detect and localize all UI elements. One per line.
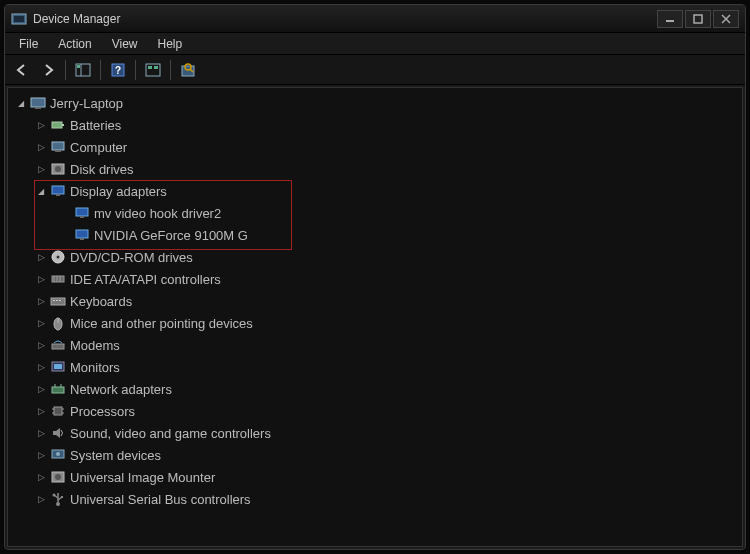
back-button[interactable] bbox=[11, 59, 33, 81]
tree-category-label: Batteries bbox=[70, 118, 121, 133]
tree-category[interactable]: Computer bbox=[10, 136, 740, 158]
tree-device[interactable]: mv video hook driver2 bbox=[10, 202, 740, 224]
svg-rect-40 bbox=[59, 300, 61, 301]
tree-category[interactable]: IDE ATA/ATAPI controllers bbox=[10, 268, 740, 290]
expand-arrow-icon[interactable] bbox=[34, 492, 48, 506]
tree-category-label: DVD/CD-ROM drives bbox=[70, 250, 193, 265]
tree-category[interactable]: Universal Image Mounter bbox=[10, 466, 740, 488]
computer-icon bbox=[50, 139, 66, 155]
close-button[interactable] bbox=[713, 10, 739, 28]
toolbar: ? bbox=[5, 55, 745, 85]
tree-root[interactable]: Jerry-Laptop bbox=[10, 92, 740, 114]
system-icon bbox=[50, 447, 66, 463]
tree-category[interactable]: Monitors bbox=[10, 356, 740, 378]
help-button[interactable]: ? bbox=[107, 59, 129, 81]
svg-point-57 bbox=[55, 474, 61, 480]
svg-rect-25 bbox=[52, 186, 64, 194]
expand-arrow-icon[interactable] bbox=[34, 294, 48, 308]
menu-help[interactable]: Help bbox=[150, 35, 191, 53]
svg-rect-30 bbox=[80, 238, 84, 240]
svg-point-62 bbox=[53, 494, 56, 497]
tree-category-label: Display adapters bbox=[70, 184, 167, 199]
tree-category-label: Computer bbox=[70, 140, 127, 155]
expand-arrow-icon[interactable] bbox=[34, 360, 48, 374]
svg-point-32 bbox=[57, 256, 60, 259]
tree-category[interactable]: Universal Serial Bus controllers bbox=[10, 488, 740, 510]
properties-button[interactable] bbox=[177, 59, 199, 81]
svg-rect-63 bbox=[61, 496, 63, 498]
disk-icon bbox=[50, 469, 66, 485]
tree-device-label: mv video hook driver2 bbox=[94, 206, 221, 221]
tree-category[interactable]: Modems bbox=[10, 334, 740, 356]
monitor-icon bbox=[50, 359, 66, 375]
dvd-icon bbox=[50, 249, 66, 265]
svg-rect-11 bbox=[146, 64, 160, 76]
svg-rect-49 bbox=[54, 407, 62, 415]
expand-arrow-icon[interactable] bbox=[34, 382, 48, 396]
svg-rect-22 bbox=[55, 150, 61, 152]
sound-icon bbox=[50, 425, 66, 441]
tree-category[interactable]: Mice and other pointing devices bbox=[10, 312, 740, 334]
svg-point-55 bbox=[56, 452, 60, 456]
tree-category[interactable]: Disk drives bbox=[10, 158, 740, 180]
svg-rect-17 bbox=[31, 98, 45, 107]
svg-rect-1 bbox=[14, 16, 24, 22]
tree-category[interactable]: Batteries bbox=[10, 114, 740, 136]
scan-hardware-button[interactable] bbox=[142, 59, 164, 81]
expand-arrow-icon[interactable] bbox=[34, 338, 48, 352]
svg-rect-13 bbox=[154, 66, 158, 69]
display-icon bbox=[74, 205, 90, 221]
display-icon bbox=[50, 183, 66, 199]
device-tree[interactable]: Jerry-Laptop BatteriesComputerDisk drive… bbox=[7, 87, 743, 547]
expand-arrow-icon[interactable] bbox=[34, 470, 48, 484]
menu-view[interactable]: View bbox=[104, 35, 146, 53]
keyboard-icon bbox=[50, 293, 66, 309]
tree-category-label: Monitors bbox=[70, 360, 120, 375]
tree-category[interactable]: DVD/CD-ROM drives bbox=[10, 246, 740, 268]
expand-arrow-icon[interactable] bbox=[14, 96, 28, 110]
tree-category-label: Modems bbox=[70, 338, 120, 353]
tree-category[interactable]: Processors bbox=[10, 400, 740, 422]
svg-rect-27 bbox=[76, 208, 88, 216]
toolbar-separator bbox=[65, 60, 66, 80]
app-icon bbox=[11, 11, 27, 27]
battery-icon bbox=[50, 117, 66, 133]
svg-rect-19 bbox=[52, 122, 62, 128]
expand-arrow-icon[interactable] bbox=[34, 316, 48, 330]
display-icon bbox=[74, 227, 90, 243]
expand-arrow-icon[interactable] bbox=[34, 250, 48, 264]
expand-arrow-icon[interactable] bbox=[34, 448, 48, 462]
tree-device[interactable]: NVIDIA GeForce 9100M G bbox=[10, 224, 740, 246]
titlebar[interactable]: Device Manager bbox=[5, 5, 745, 33]
tree-category[interactable]: Sound, video and game controllers bbox=[10, 422, 740, 444]
expand-arrow-icon[interactable] bbox=[34, 140, 48, 154]
menu-file[interactable]: File bbox=[11, 35, 46, 53]
tree-root-label: Jerry-Laptop bbox=[50, 96, 123, 111]
tree-category[interactable]: Keyboards bbox=[10, 290, 740, 312]
svg-rect-39 bbox=[56, 300, 58, 301]
menu-action[interactable]: Action bbox=[50, 35, 99, 53]
expand-arrow-icon[interactable] bbox=[34, 426, 48, 440]
tree-category[interactable]: Display adapters bbox=[10, 180, 740, 202]
svg-rect-26 bbox=[56, 194, 60, 196]
svg-rect-46 bbox=[52, 387, 64, 393]
expand-arrow-icon[interactable] bbox=[34, 184, 48, 198]
svg-rect-37 bbox=[51, 298, 65, 305]
expand-arrow-icon[interactable] bbox=[34, 118, 48, 132]
expand-arrow-icon[interactable] bbox=[34, 162, 48, 176]
expand-arrow-icon[interactable] bbox=[34, 404, 48, 418]
tree-category-label: Disk drives bbox=[70, 162, 134, 177]
expand-arrow-icon[interactable] bbox=[34, 272, 48, 286]
svg-rect-3 bbox=[694, 15, 702, 23]
tree-category[interactable]: System devices bbox=[10, 444, 740, 466]
show-hide-console-button[interactable] bbox=[72, 59, 94, 81]
tree-category[interactable]: Network adapters bbox=[10, 378, 740, 400]
forward-button[interactable] bbox=[37, 59, 59, 81]
window-title: Device Manager bbox=[33, 12, 657, 26]
mouse-icon bbox=[50, 315, 66, 331]
computer-icon bbox=[30, 95, 46, 111]
tree-category-label: Universal Serial Bus controllers bbox=[70, 492, 251, 507]
minimize-button[interactable] bbox=[657, 10, 683, 28]
tree-category-label: IDE ATA/ATAPI controllers bbox=[70, 272, 221, 287]
maximize-button[interactable] bbox=[685, 10, 711, 28]
